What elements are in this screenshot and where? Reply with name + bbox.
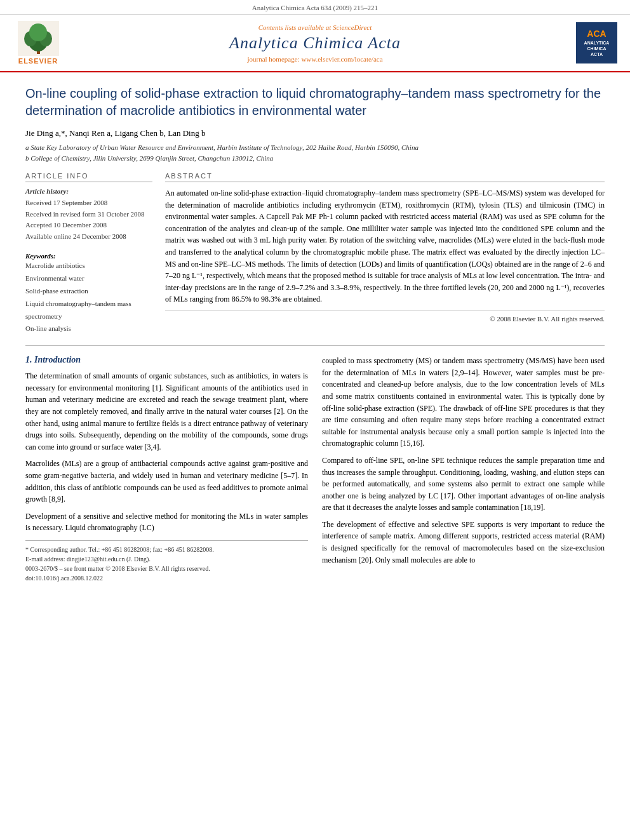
right-para3: The development of effective and selecti… — [322, 519, 605, 566]
elsevier-tree-icon — [18, 21, 59, 56]
right-para2: Compared to off-line SPE, on-line SPE te… — [322, 455, 605, 514]
right-para1: coupled to mass spectrometry (MS) or tan… — [322, 355, 605, 450]
keyword-2: Environmental water — [25, 272, 152, 285]
abstract-text: An automated on-line solid-phase extract… — [165, 187, 605, 305]
keyword-4: Liquid chromatography–tandem mass spectr… — [25, 298, 152, 323]
citation-bar: Analytica Chimica Acta 634 (2009) 215–22… — [0, 0, 630, 15]
aca-logo: ACA ANALYTICACHIMICAACTA — [576, 22, 617, 63]
keyword-5: On-line analysis — [25, 323, 152, 335]
keyword-3: Solid-phase extraction — [25, 285, 152, 298]
aca-logo-area: ACA ANALYTICACHIMICAACTA — [566, 22, 617, 63]
footnote-corresponding: * Corresponding author. Tel.: +86 451 86… — [25, 545, 308, 554]
homepage-url[interactable]: www.elsevier.com/locate/aca — [301, 55, 382, 63]
received-date: Received 17 September 2008 — [25, 197, 152, 209]
citation-text: Analytica Chimica Acta 634 (2009) 215–22… — [252, 4, 378, 11]
article-info-header: ARTICLE INFO — [25, 172, 152, 182]
accepted-date: Accepted 10 December 2008 — [25, 220, 152, 231]
footnote-issn: 0003-2670/$ – see front matter © 2008 El… — [25, 564, 308, 573]
section1-para3: Development of a sensitive and selective… — [25, 510, 308, 534]
section1-para2: Macrolides (MLs) are a group of antibact… — [25, 458, 308, 505]
svg-point-5 — [29, 23, 47, 41]
journal-main-title: Analytica Chimica Acta — [64, 34, 566, 53]
article-title: On-line coupling of solid-phase extracti… — [25, 85, 605, 119]
journal-homepage: journal homepage: www.elsevier.com/locat… — [64, 55, 566, 63]
affiliations: a State Key Laboratory of Urban Water Re… — [25, 142, 605, 163]
footnote-doi: doi:10.1016/j.aca.2008.12.022 — [25, 573, 308, 583]
available-date: Available online 24 December 2008 — [25, 231, 152, 243]
authors-line: Jie Ding a,*, Nanqi Ren a, Ligang Chen b… — [25, 128, 605, 138]
article-content: On-line coupling of solid-phase extracti… — [0, 72, 630, 596]
journal-title-area: Contents lists available at ScienceDirec… — [64, 23, 566, 63]
journal-header: ELSEVIER Contents lists available at Sci… — [0, 15, 630, 72]
affiliation-a: a State Key Laboratory of Urban Water Re… — [25, 142, 605, 153]
abstract-header: ABSTRACT — [165, 172, 605, 182]
section1-title: 1. Introduction — [25, 355, 308, 365]
elsevier-logo-area: ELSEVIER — [13, 21, 64, 65]
sciencedirect-link-text[interactable]: ScienceDirect — [333, 23, 372, 31]
keywords-list: Macrolide antibiotics Environmental wate… — [25, 260, 152, 335]
sciencedirect-line: Contents lists available at ScienceDirec… — [64, 23, 566, 31]
authors-text: Jie Ding a,*, Nanqi Ren a, Ligang Chen b… — [25, 128, 205, 138]
section-divider — [25, 345, 605, 346]
affiliation-b: b College of Chemistry, Jilin University… — [25, 153, 605, 164]
footnote-email: E-mail address: dingjie123@hit.edu.cn (J… — [25, 554, 308, 564]
info-abstract-section: ARTICLE INFO Article history: Received 1… — [25, 172, 605, 335]
body-right-col: coupled to mass spectrometry (MS) or tan… — [322, 355, 605, 583]
elsevier-label: ELSEVIER — [18, 57, 58, 65]
article-info-col: ARTICLE INFO Article history: Received 1… — [25, 172, 152, 335]
abstract-col: ABSTRACT An automated on-line solid-phas… — [165, 172, 605, 335]
revised-date: Received in revised form 31 October 2008 — [25, 209, 152, 220]
section1-para1: The determination of small amounts of or… — [25, 370, 308, 453]
history-label: Article history: — [25, 187, 152, 195]
body-left-col: 1. Introduction The determination of sma… — [25, 355, 308, 583]
body-section: 1. Introduction The determination of sma… — [25, 355, 605, 583]
keywords-label: Keywords: — [25, 252, 152, 260]
footnotes: * Corresponding author. Tel.: +86 451 86… — [25, 540, 308, 583]
copyright: © 2008 Elsevier B.V. All rights reserved… — [165, 310, 605, 323]
page: Analytica Chimica Acta 634 (2009) 215–22… — [0, 0, 630, 840]
keyword-1: Macrolide antibiotics — [25, 260, 152, 272]
